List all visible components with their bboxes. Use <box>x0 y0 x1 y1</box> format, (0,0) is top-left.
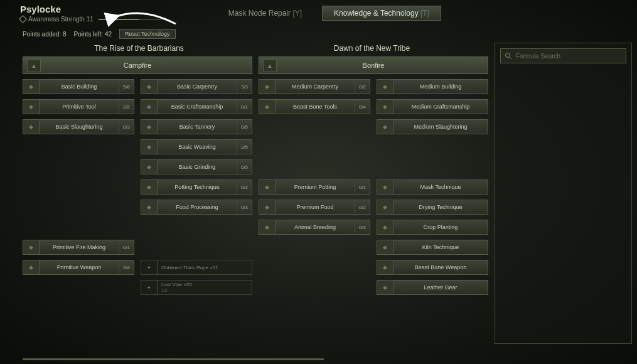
tech-node[interactable]: ◆Basic Tannery0/5 <box>141 119 252 134</box>
tab-hotkey: [Y] <box>292 9 302 18</box>
tech-node[interactable]: ◆Basic Slaughtering0/3 <box>23 119 134 134</box>
tech-progress: 0/5 <box>237 120 252 134</box>
tech-label: Primitive Weapon <box>40 264 119 270</box>
search-icon <box>505 52 512 60</box>
tech-node[interactable]: ◆Basic Grinding0/5 <box>141 159 252 174</box>
tech-label: Potting Technique <box>158 184 237 190</box>
search-input[interactable] <box>516 53 622 60</box>
tech-icon: ◆ <box>259 220 276 234</box>
awareness-icon <box>19 15 27 23</box>
tech-node[interactable]: ◆Animal Breeding0/3 <box>259 220 370 235</box>
tech-icon: ◆ <box>377 120 393 134</box>
tech-label: Premium Food <box>276 204 355 210</box>
awareness-bar <box>99 19 161 20</box>
tech-icon: ◆ <box>141 80 158 94</box>
tech-label: Leather Gear <box>393 284 488 291</box>
quest-node[interactable]: ✦Obtained Thick Rope ×51 <box>141 260 252 275</box>
quest-node[interactable]: ✦Lost Vine ×551/2 <box>141 280 252 295</box>
formula-search[interactable] <box>500 48 626 63</box>
tech-progress: 2/4 <box>119 260 134 274</box>
tech-node[interactable]: ◆Medium Carpentry0/2 <box>259 79 370 94</box>
tech-node[interactable]: ◆Potting Technique0/2 <box>141 179 252 195</box>
tech-progress: 0/2 <box>355 200 370 214</box>
bonfire-icon: ▲ <box>263 60 277 72</box>
tech-icon: ◆ <box>377 240 393 254</box>
tech-node[interactable]: ◆Premium Food0/2 <box>259 200 370 215</box>
tech-label: Food Processing <box>158 204 237 210</box>
workbench-bonfire[interactable]: ▲ Bonfire <box>259 56 488 74</box>
tech-icon: ◆ <box>23 120 40 134</box>
tech-label: Crop Planting <box>393 224 488 230</box>
tech-progress: 0/1 <box>119 240 134 254</box>
tech-label: Drying Technique <box>393 204 488 210</box>
tech-icon: ◆ <box>377 180 393 194</box>
svg-line-1 <box>510 57 511 59</box>
tech-progress: 0/2 <box>237 180 252 194</box>
progress-scrollbar[interactable] <box>23 358 324 360</box>
tech-node[interactable]: ◆Premium Potting0/1 <box>259 179 370 195</box>
tech-label: Kiln Technique <box>393 244 488 250</box>
tech-label: Medium Building <box>393 83 488 90</box>
tech-icon: ◆ <box>377 200 393 214</box>
quest-icon: ✦ <box>141 281 158 294</box>
tech-progress: 0/5 <box>237 160 252 174</box>
workbench-campfire[interactable]: ▲ Campfire <box>23 56 252 74</box>
tech-icon: ◆ <box>141 140 158 154</box>
workbench-label: Campfire <box>124 62 152 69</box>
awareness-strength: Awareness Strength 11 <box>20 16 161 23</box>
tech-label: Mask Technique <box>393 184 488 190</box>
tech-progress: 3/3 <box>237 80 252 94</box>
tech-node[interactable]: ◆Beast Bone Weapon <box>377 260 488 275</box>
tech-node[interactable]: ◆Basic Carpentry3/3 <box>141 79 252 94</box>
quest-icon: ✦ <box>141 260 158 274</box>
tech-node[interactable]: ◆Medium Building <box>377 79 488 94</box>
tech-icon: ◆ <box>259 100 276 114</box>
tech-progress: 0/1 <box>355 180 370 194</box>
tech-label: Basic Craftsmanship <box>158 104 237 110</box>
tech-label: Animal Breeding <box>276 224 355 230</box>
tech-node[interactable]: ◆Mask Technique <box>377 179 488 195</box>
tech-icon: ◆ <box>23 100 40 114</box>
tech-label: Primitive Tool <box>40 104 119 110</box>
tech-node[interactable]: ◆Drying Technique <box>377 200 488 215</box>
points-left: Points left: 42 <box>74 31 112 38</box>
tech-icon: ◆ <box>141 120 158 134</box>
tech-node[interactable]: ◆Food Processing0/3 <box>141 200 252 215</box>
tech-label: Medium Carpentry <box>276 83 355 90</box>
tech-icon: ◆ <box>377 220 393 234</box>
tech-node[interactable]: ◆Primitive Tool2/2 <box>23 99 134 114</box>
tech-node[interactable]: ◆Basic Building5/6 <box>23 79 134 94</box>
reset-technology-button[interactable]: Reset Technology <box>119 29 175 39</box>
tech-progress: 0/2 <box>355 80 370 94</box>
tab-mask-repair[interactable]: Mask Node Repair [Y] <box>217 6 313 20</box>
tech-node[interactable]: ◆Kiln Technique <box>377 240 488 255</box>
quest-sub: 1/2 <box>161 287 248 293</box>
svg-point-0 <box>506 53 510 58</box>
tech-node[interactable]: ◆Medium Slaughtering <box>377 119 488 134</box>
tech-node[interactable]: ◆Primitive Weapon2/4 <box>23 260 134 275</box>
quest-label: Obtained Thick Rope ×51 <box>161 265 248 270</box>
tech-icon: ◆ <box>141 180 158 194</box>
player-name: Psylocke <box>20 4 161 14</box>
tech-icon: ◆ <box>377 80 393 94</box>
tech-icon: ◆ <box>23 80 40 94</box>
tech-label: Basic Carpentry <box>158 83 237 90</box>
tech-node[interactable]: ◆Beast Bone Tools0/4 <box>259 99 370 114</box>
campfire-icon: ▲ <box>27 60 41 72</box>
tech-icon: ◆ <box>23 260 40 274</box>
tab-label: Knowledge & Technology <box>334 9 419 18</box>
tech-node[interactable]: ◆Leather Gear <box>377 280 488 295</box>
tech-node[interactable]: ◆Primitive Fire Making0/1 <box>23 240 134 255</box>
tech-node[interactable]: ◆Basic Craftsmanship0/1 <box>141 99 252 114</box>
tech-label: Primitive Fire Making <box>40 244 119 250</box>
awareness-label: Awareness Strength 11 <box>28 16 94 23</box>
tech-icon: ◆ <box>259 180 276 194</box>
tech-node[interactable]: ◆Crop Planting <box>377 220 488 235</box>
tab-knowledge-technology[interactable]: Knowledge & Technology [T] <box>322 6 441 21</box>
tech-icon: ◆ <box>377 100 393 114</box>
tech-node[interactable]: ◆Basic Weaving2/5 <box>141 139 252 154</box>
tech-icon: ◆ <box>259 80 276 94</box>
tab-label: Mask Node Repair <box>228 9 291 18</box>
tech-node[interactable]: ◆Medium Craftsmanship <box>377 99 488 114</box>
tech-icon: ◆ <box>259 200 276 214</box>
